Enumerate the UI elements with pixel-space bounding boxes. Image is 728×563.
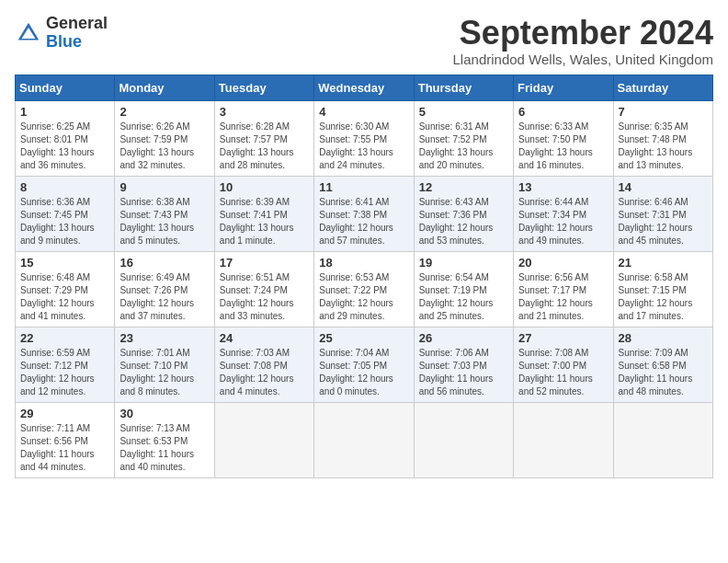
day-detail: Sunrise: 7:06 AMSunset: 7:03 PMDaylight:… [419,347,508,398]
calendar-cell: 10Sunrise: 6:39 AMSunset: 7:41 PMDayligh… [214,176,313,251]
day-number: 21 [619,256,708,270]
day-number: 26 [419,331,508,345]
day-detail: Sunrise: 7:08 AMSunset: 7:00 PMDaylight:… [518,347,608,398]
calendar-cell: 13Sunrise: 6:44 AMSunset: 7:34 PMDayligh… [514,176,613,251]
day-number: 2 [119,105,209,119]
calendar-cell: 7Sunrise: 6:35 AMSunset: 7:48 PMDaylight… [613,100,712,176]
day-number: 4 [319,105,408,119]
col-header-saturday: Saturday [613,75,712,100]
day-number: 28 [619,331,708,345]
day-detail: Sunrise: 6:46 AMSunset: 7:31 PMDaylight:… [619,196,708,247]
day-number: 5 [419,105,508,119]
calendar-cell: 1Sunrise: 6:25 AMSunset: 8:01 PMDaylight… [16,100,115,176]
day-detail: Sunrise: 6:41 AMSunset: 7:38 PMDaylight:… [319,196,408,247]
col-header-monday: Monday [115,75,214,100]
day-detail: Sunrise: 6:43 AMSunset: 7:36 PMDaylight:… [419,196,508,247]
calendar-cell: 18Sunrise: 6:53 AMSunset: 7:22 PMDayligh… [314,251,414,327]
calendar-cell: 12Sunrise: 6:43 AMSunset: 7:36 PMDayligh… [414,176,513,251]
calendar-cell: 5Sunrise: 6:31 AMSunset: 7:52 PMDaylight… [414,100,513,176]
col-header-tuesday: Tuesday [214,75,313,100]
calendar-cell [514,402,613,477]
day-number: 1 [20,105,109,119]
day-number: 14 [619,180,708,194]
calendar-cell: 21Sunrise: 6:58 AMSunset: 7:15 PMDayligh… [613,251,712,327]
day-number: 6 [518,105,608,119]
calendar-cell: 17Sunrise: 6:51 AMSunset: 7:24 PMDayligh… [214,251,313,327]
day-detail: Sunrise: 6:36 AMSunset: 7:45 PMDaylight:… [20,196,109,247]
calendar-week-row: 29Sunrise: 7:11 AMSunset: 6:56 PMDayligh… [16,402,713,477]
day-detail: Sunrise: 7:04 AMSunset: 7:05 PMDaylight:… [319,347,408,398]
day-detail: Sunrise: 6:54 AMSunset: 7:19 PMDaylight:… [419,271,508,323]
col-header-friday: Friday [514,75,613,100]
logo-general-text: General [46,15,108,33]
calendar-cell: 15Sunrise: 6:48 AMSunset: 7:29 PMDayligh… [16,251,115,327]
calendar-cell: 4Sunrise: 6:30 AMSunset: 7:55 PMDaylight… [314,100,414,176]
calendar-cell: 3Sunrise: 6:28 AMSunset: 7:57 PMDaylight… [214,100,313,176]
day-number: 12 [419,180,508,194]
day-number: 19 [419,256,508,270]
calendar-cell: 28Sunrise: 7:09 AMSunset: 6:58 PMDayligh… [613,327,712,402]
calendar-cell [414,402,513,477]
calendar-cell [613,402,712,477]
calendar-cell: 14Sunrise: 6:46 AMSunset: 7:31 PMDayligh… [613,176,712,251]
day-detail: Sunrise: 6:30 AMSunset: 7:55 PMDaylight:… [319,121,408,172]
calendar-cell [214,402,313,477]
day-detail: Sunrise: 6:25 AMSunset: 8:01 PMDaylight:… [20,121,109,172]
day-number: 3 [220,105,309,119]
day-number: 29 [20,407,109,420]
col-header-thursday: Thursday [414,75,513,100]
day-number: 11 [319,180,408,194]
day-detail: Sunrise: 6:31 AMSunset: 7:52 PMDaylight:… [419,121,508,172]
day-detail: Sunrise: 7:11 AMSunset: 6:56 PMDaylight:… [20,422,109,474]
calendar-cell: 11Sunrise: 6:41 AMSunset: 7:38 PMDayligh… [314,176,414,251]
day-number: 30 [119,407,209,420]
day-detail: Sunrise: 6:33 AMSunset: 7:50 PMDaylight:… [518,121,608,172]
day-detail: Sunrise: 6:56 AMSunset: 7:17 PMDaylight:… [518,271,608,323]
calendar-header-row: SundayMondayTuesdayWednesdayThursdayFrid… [16,75,713,100]
location-subtitle: Llandrindod Wells, Wales, United Kingdom [453,52,713,67]
calendar-week-row: 8Sunrise: 6:36 AMSunset: 7:45 PMDaylight… [16,176,713,251]
day-number: 15 [20,256,109,270]
calendar-cell: 20Sunrise: 6:56 AMSunset: 7:17 PMDayligh… [514,251,613,327]
calendar-cell: 24Sunrise: 7:03 AMSunset: 7:08 PMDayligh… [214,327,313,402]
logo-blue-text: Blue [46,33,108,52]
day-detail: Sunrise: 6:28 AMSunset: 7:57 PMDaylight:… [220,121,309,172]
day-detail: Sunrise: 6:44 AMSunset: 7:34 PMDaylight:… [518,196,608,247]
day-number: 22 [20,331,109,345]
calendar-cell: 27Sunrise: 7:08 AMSunset: 7:00 PMDayligh… [514,327,613,402]
day-number: 7 [619,105,708,119]
day-detail: Sunrise: 7:03 AMSunset: 7:08 PMDaylight:… [220,347,309,398]
day-detail: Sunrise: 6:35 AMSunset: 7:48 PMDaylight:… [619,121,708,172]
day-detail: Sunrise: 6:48 AMSunset: 7:29 PMDaylight:… [20,271,109,323]
calendar-cell: 19Sunrise: 6:54 AMSunset: 7:19 PMDayligh… [414,251,513,327]
day-number: 23 [119,331,209,345]
logo-icon [15,19,42,47]
col-header-wednesday: Wednesday [314,75,414,100]
day-detail: Sunrise: 6:58 AMSunset: 7:15 PMDaylight:… [619,271,708,323]
day-number: 9 [119,180,209,194]
day-detail: Sunrise: 6:39 AMSunset: 7:41 PMDaylight:… [220,196,309,247]
calendar-cell: 8Sunrise: 6:36 AMSunset: 7:45 PMDaylight… [16,176,115,251]
page-header: General Blue September 2024 Llandrindod … [15,15,713,67]
calendar-week-row: 22Sunrise: 6:59 AMSunset: 7:12 PMDayligh… [16,327,713,402]
day-number: 25 [319,331,408,345]
day-number: 20 [518,256,608,270]
day-detail: Sunrise: 7:13 AMSunset: 6:53 PMDaylight:… [119,422,209,474]
calendar-cell: 29Sunrise: 7:11 AMSunset: 6:56 PMDayligh… [16,402,115,477]
calendar-cell: 23Sunrise: 7:01 AMSunset: 7:10 PMDayligh… [115,327,214,402]
calendar-cell: 9Sunrise: 6:38 AMSunset: 7:43 PMDaylight… [115,176,214,251]
calendar-cell: 2Sunrise: 6:26 AMSunset: 7:59 PMDaylight… [115,100,214,176]
title-block: September 2024 Llandrindod Wells, Wales,… [453,15,713,67]
calendar-cell: 30Sunrise: 7:13 AMSunset: 6:53 PMDayligh… [115,402,214,477]
day-number: 13 [518,180,608,194]
calendar-cell: 6Sunrise: 6:33 AMSunset: 7:50 PMDaylight… [514,100,613,176]
day-number: 10 [220,180,309,194]
calendar-cell: 16Sunrise: 6:49 AMSunset: 7:26 PMDayligh… [115,251,214,327]
day-number: 16 [119,256,209,270]
day-detail: Sunrise: 6:38 AMSunset: 7:43 PMDaylight:… [119,196,209,247]
day-detail: Sunrise: 6:26 AMSunset: 7:59 PMDaylight:… [119,121,209,172]
day-detail: Sunrise: 7:09 AMSunset: 6:58 PMDaylight:… [619,347,708,398]
month-title: September 2024 [453,15,713,52]
day-detail: Sunrise: 6:51 AMSunset: 7:24 PMDaylight:… [220,271,309,323]
col-header-sunday: Sunday [16,75,115,100]
